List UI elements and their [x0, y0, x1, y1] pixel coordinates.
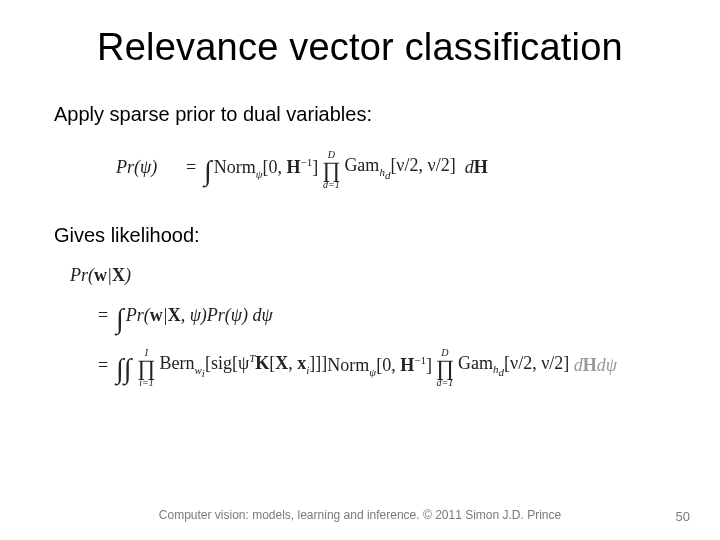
eq2a-integrand: Pr(w|X, ψ)Pr(ψ): [126, 305, 248, 326]
equation-prior: Pr(ψ) = ∫ Normψ[0, H−1] D ∏ d=1 Gamhd[ν/…: [116, 148, 670, 188]
eq2a-diff: dψ: [248, 305, 273, 326]
eq2b-norm: Normψ[0, H−1]: [327, 354, 432, 378]
eq2a-equals: =: [90, 305, 116, 326]
eq2b-diff: dHdψ: [569, 355, 617, 376]
eq1-equals: =: [178, 157, 204, 178]
equation-likelihood: Pr(w|X) = ∫ Pr(w|X, ψ)Pr(ψ) dψ = ∫∫ I ∏ …: [70, 265, 670, 386]
product-icon: D ∏ d=1: [436, 348, 454, 388]
product-icon: D ∏ d=1: [322, 150, 340, 190]
eq1-norm: Normψ[0, H−1]: [214, 156, 319, 180]
slide-title: Relevance vector classification: [50, 26, 670, 69]
slide: Relevance vector classification Apply sp…: [0, 0, 720, 540]
footer-text: Computer vision: models, learning and in…: [159, 508, 561, 522]
integral-icon: ∫: [204, 155, 212, 187]
text-line-2: Gives likelihood:: [54, 224, 670, 247]
eq1-gamma: Gamhd[ν/2, ν/2]: [344, 155, 455, 181]
product-icon: I ∏ i=1: [137, 348, 155, 388]
eq1-lhs: Pr(ψ): [116, 157, 178, 178]
page-number: 50: [676, 509, 690, 524]
eq2b-gamma: Gamhd[ν/2, ν/2]: [458, 353, 569, 379]
eq2b-bern: Bernwi[sig[ψTK[X, xi]]]: [159, 352, 327, 379]
integral-icon: ∫: [116, 303, 124, 335]
text-line-1: Apply sparse prior to dual variables:: [54, 103, 670, 126]
eq2a-lhs: Pr(w|X): [70, 265, 148, 286]
eq1-diff: dH: [456, 157, 488, 178]
eq2b-equals: =: [90, 355, 116, 376]
double-integral-icon: ∫∫: [116, 353, 131, 385]
footer-caption: Computer vision: models, learning and in…: [0, 508, 720, 522]
